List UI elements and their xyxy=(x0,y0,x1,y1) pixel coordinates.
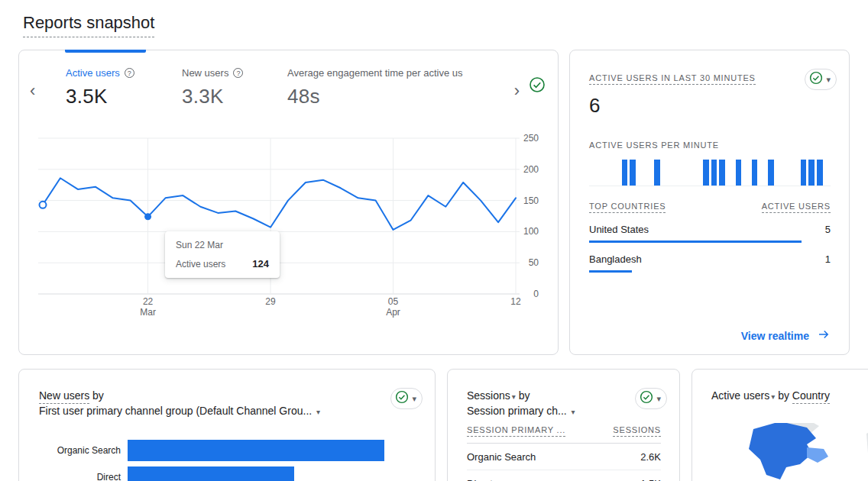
overview-card: ‹ Active users ? 3.5K New users ? 3.3K A… xyxy=(18,50,559,355)
tooltip-date: Sun 22 Mar xyxy=(176,240,269,250)
tab-new-users[interactable]: New users ? 3.3K xyxy=(182,67,287,108)
metric-link[interactable]: New users xyxy=(39,389,89,404)
chevron-down-icon: ▾ xyxy=(316,408,320,416)
tab-value: 3.3K xyxy=(182,85,287,108)
dimension-label: First user primary channel group (Defaul… xyxy=(39,405,312,417)
metric-selector[interactable]: Sessions▾ xyxy=(467,389,516,402)
chevron-down-icon: ▾ xyxy=(412,395,416,403)
per-minute-label: ACTIVE USERS PER MINUTE xyxy=(589,140,831,150)
metric-tabs: Active users ? 3.5K New users ? 3.3K Ave… xyxy=(66,67,492,108)
card-title: Sessions▾ by xyxy=(467,388,661,403)
data-quality-dropdown[interactable]: ▾ xyxy=(390,388,423,409)
bar-category-label: Direct xyxy=(39,472,128,481)
tab-value: 3.5K xyxy=(66,85,182,108)
tab-value: 48s xyxy=(287,85,492,108)
map-region-north-america-light xyxy=(807,447,828,463)
by-label: by xyxy=(778,389,789,402)
active-users-label: ACTIVE USERS xyxy=(762,202,831,213)
channel-name: Organic Search xyxy=(467,451,536,463)
bar[interactable] xyxy=(128,466,294,481)
table-header: SESSION PRIMARY ... SESSIONS xyxy=(467,425,661,444)
svg-text:Mar: Mar xyxy=(140,307,156,318)
by-label: by xyxy=(519,389,530,402)
data-quality-check-icon xyxy=(395,390,409,407)
channel-name: Direct xyxy=(467,478,493,481)
svg-text:200: 200 xyxy=(523,164,539,175)
help-icon[interactable]: ? xyxy=(125,68,134,78)
country-name: United States xyxy=(589,224,649,235)
data-quality-dropdown[interactable]: ▾ xyxy=(635,388,667,409)
chevron-down-icon: ▾ xyxy=(826,76,831,84)
dimension-link[interactable]: Country xyxy=(792,389,830,404)
svg-text:05: 05 xyxy=(388,296,399,307)
dimension-selector[interactable]: First user primary channel group (Defaul… xyxy=(39,403,416,418)
tab-avg-engagement-time[interactable]: Average engagement time per active us 48… xyxy=(287,67,492,108)
view-realtime-link[interactable]: View realtime xyxy=(741,328,831,344)
country-row: United States 5 xyxy=(589,224,831,243)
arrow-right-icon xyxy=(817,328,831,344)
column-header: SESSION PRIMARY ... xyxy=(467,425,565,437)
data-quality-check-icon xyxy=(640,390,653,407)
data-quality-dropdown[interactable]: ▾ xyxy=(805,69,837,90)
realtime-title: ACTIVE USERS IN LAST 30 MINUTES xyxy=(589,73,756,85)
active-users-country-card: Active users▾ by Country xyxy=(691,369,868,481)
country-value: 5 xyxy=(825,224,831,235)
sessions-table: SESSION PRIMARY ... SESSIONS Organic Sea… xyxy=(467,425,661,481)
view-realtime-label: View realtime xyxy=(741,330,809,342)
page-title: Reports snapshot xyxy=(23,13,154,33)
bar[interactable] xyxy=(128,440,384,461)
help-icon[interactable]: ? xyxy=(233,68,243,78)
tab-label: New users xyxy=(182,67,228,79)
selected-tab-indicator xyxy=(65,50,146,53)
map-region-north-america xyxy=(749,423,816,479)
active-users-per-minute-chart xyxy=(589,157,831,186)
active-users-line-chart[interactable]: 05010015020025022Mar2905Apr12 xyxy=(19,133,559,324)
top-countries-header: TOP COUNTRIES ACTIVE USERS xyxy=(589,202,831,213)
world-map[interactable] xyxy=(700,423,868,481)
dimension-selector[interactable]: Session primary ch... ▾ xyxy=(467,403,661,418)
svg-text:150: 150 xyxy=(523,195,539,206)
by-label: by xyxy=(92,389,104,402)
country-bar xyxy=(589,270,632,273)
scroll-metrics-left-button[interactable]: ‹ xyxy=(27,79,38,102)
sessions-card: Sessions▾ by Session primary ch... ▾ ▾ S… xyxy=(447,369,680,481)
svg-text:29: 29 xyxy=(265,296,276,307)
table-row[interactable]: Direct 1.5K xyxy=(467,470,661,481)
bar-row: Organic Search xyxy=(39,440,416,461)
chevron-down-icon: ▾ xyxy=(572,408,575,416)
svg-text:0: 0 xyxy=(533,289,539,299)
realtime-card: ACTIVE USERS IN LAST 30 MINUTES ▾ 6 ACTI… xyxy=(569,50,850,355)
data-quality-check-icon xyxy=(809,71,823,88)
country-name: Bangladesh xyxy=(589,253,642,265)
svg-text:50: 50 xyxy=(529,257,539,268)
chevron-down-icon: ▾ xyxy=(656,395,661,403)
table-row[interactable]: Organic Search 2.6K xyxy=(467,444,661,470)
country-value: 1 xyxy=(825,253,831,265)
card-title: New users by xyxy=(39,388,416,403)
chevron-down-icon: ▾ xyxy=(512,392,516,401)
chevron-down-icon: ▾ xyxy=(771,392,775,401)
new-users-card: New users by First user primary channel … xyxy=(18,369,436,481)
top-countries-label: TOP COUNTRIES xyxy=(589,202,666,213)
bar-category-label: Organic Search xyxy=(39,445,128,456)
svg-text:12: 12 xyxy=(510,296,521,307)
svg-text:22: 22 xyxy=(143,296,154,307)
tab-label: Average engagement time per active us xyxy=(287,67,463,79)
sessions-value: 2.6K xyxy=(640,451,661,463)
metric-selector[interactable]: Active users▾ xyxy=(711,389,775,402)
data-quality-check-icon[interactable] xyxy=(529,76,546,96)
sessions-value: 1.5K xyxy=(640,478,661,481)
tab-label: Active users xyxy=(66,67,120,79)
tab-active-users[interactable]: Active users ? 3.5K xyxy=(66,67,182,108)
country-row: Bangladesh 1 xyxy=(589,253,831,273)
country-bar xyxy=(589,240,802,243)
tooltip-metric-value: 124 xyxy=(252,258,269,270)
channel-bar-chart: Organic Search Direct xyxy=(39,440,416,481)
svg-text:100: 100 xyxy=(523,226,539,237)
scroll-metrics-right-button[interactable]: › xyxy=(511,79,523,102)
column-header: SESSIONS xyxy=(613,425,661,437)
chart-tooltip: Sun 22 Mar Active users 124 xyxy=(165,231,280,278)
dimension-label: Session primary ch... xyxy=(467,405,567,417)
tooltip-metric-label: Active users xyxy=(176,259,225,270)
svg-text:Apr: Apr xyxy=(386,307,400,318)
